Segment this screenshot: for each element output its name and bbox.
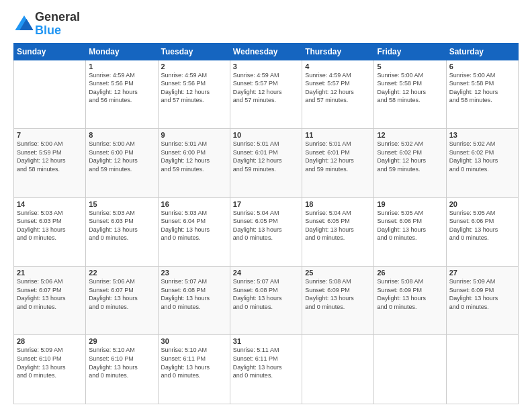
day-number: 16 bbox=[161, 200, 227, 208]
day-info: Sunrise: 5:08 AM Sunset: 6:09 PM Dayligh… bbox=[305, 277, 371, 311]
day-number: 20 bbox=[449, 200, 515, 208]
calendar-cell: 17Sunrise: 5:04 AM Sunset: 6:05 PM Dayli… bbox=[230, 197, 302, 266]
calendar-cell: 31Sunrise: 5:11 AM Sunset: 6:11 PM Dayli… bbox=[230, 335, 302, 404]
day-info: Sunrise: 5:01 AM Sunset: 6:00 PM Dayligh… bbox=[161, 140, 227, 173]
day-info: Sunrise: 5:00 AM Sunset: 5:58 PM Dayligh… bbox=[377, 71, 443, 105]
day-info: Sunrise: 5:03 AM Sunset: 6:04 PM Dayligh… bbox=[161, 209, 227, 242]
day-info: Sunrise: 5:00 AM Sunset: 5:59 PM Dayligh… bbox=[17, 140, 83, 173]
day-info: Sunrise: 4:59 AM Sunset: 5:57 PM Dayligh… bbox=[305, 71, 371, 105]
day-info: Sunrise: 5:09 AM Sunset: 6:09 PM Dayligh… bbox=[449, 277, 515, 311]
calendar-cell: 1Sunrise: 4:59 AM Sunset: 5:56 PM Daylig… bbox=[86, 60, 158, 128]
day-number: 8 bbox=[89, 131, 154, 139]
day-info: Sunrise: 5:09 AM Sunset: 6:10 PM Dayligh… bbox=[17, 346, 83, 379]
calendar-cell: 30Sunrise: 5:10 AM Sunset: 6:11 PM Dayli… bbox=[158, 335, 230, 404]
day-info: Sunrise: 5:01 AM Sunset: 6:01 PM Dayligh… bbox=[305, 140, 371, 173]
calendar-cell: 21Sunrise: 5:06 AM Sunset: 6:07 PM Dayli… bbox=[14, 267, 86, 335]
week-row-3: 21Sunrise: 5:06 AM Sunset: 6:07 PM Dayli… bbox=[14, 267, 519, 335]
day-number: 23 bbox=[161, 269, 227, 277]
calendar-cell: 9Sunrise: 5:01 AM Sunset: 6:00 PM Daylig… bbox=[158, 129, 230, 197]
day-number: 22 bbox=[89, 269, 154, 277]
day-number: 11 bbox=[305, 131, 371, 139]
calendar-cell: 11Sunrise: 5:01 AM Sunset: 6:01 PM Dayli… bbox=[302, 129, 374, 197]
day-info: Sunrise: 5:00 AM Sunset: 5:58 PM Dayligh… bbox=[449, 71, 515, 105]
calendar-cell: 22Sunrise: 5:06 AM Sunset: 6:07 PM Dayli… bbox=[86, 267, 158, 335]
day-number: 27 bbox=[449, 269, 515, 277]
weekday-friday: Friday bbox=[374, 43, 446, 60]
day-info: Sunrise: 5:06 AM Sunset: 6:07 PM Dayligh… bbox=[17, 277, 83, 311]
header: General Blue bbox=[13, 11, 519, 38]
day-info: Sunrise: 5:03 AM Sunset: 6:03 PM Dayligh… bbox=[89, 209, 154, 242]
logo-general: General bbox=[35, 11, 80, 24]
day-info: Sunrise: 5:02 AM Sunset: 6:02 PM Dayligh… bbox=[377, 140, 443, 173]
calendar-cell: 10Sunrise: 5:01 AM Sunset: 6:01 PM Dayli… bbox=[230, 129, 302, 197]
weekday-monday: Monday bbox=[86, 43, 158, 60]
day-number: 31 bbox=[233, 337, 299, 345]
day-info: Sunrise: 5:07 AM Sunset: 6:08 PM Dayligh… bbox=[233, 277, 299, 311]
calendar-cell: 13Sunrise: 5:02 AM Sunset: 6:02 PM Dayli… bbox=[446, 129, 518, 197]
day-number: 24 bbox=[233, 269, 299, 277]
calendar-cell: 28Sunrise: 5:09 AM Sunset: 6:10 PM Dayli… bbox=[14, 335, 86, 404]
weekday-saturday: Saturday bbox=[446, 43, 518, 60]
day-number: 30 bbox=[161, 337, 227, 345]
calendar-cell bbox=[446, 335, 518, 404]
calendar-cell: 29Sunrise: 5:10 AM Sunset: 6:10 PM Dayli… bbox=[86, 335, 158, 404]
calendar-cell bbox=[302, 335, 374, 404]
day-number: 29 bbox=[89, 337, 154, 345]
logo: General Blue bbox=[13, 11, 80, 38]
day-info: Sunrise: 5:05 AM Sunset: 6:06 PM Dayligh… bbox=[377, 209, 443, 242]
day-info: Sunrise: 5:08 AM Sunset: 6:09 PM Dayligh… bbox=[377, 277, 443, 311]
week-row-0: 1Sunrise: 4:59 AM Sunset: 5:56 PM Daylig… bbox=[14, 60, 519, 128]
logo-blue: Blue bbox=[35, 24, 80, 38]
day-info: Sunrise: 5:02 AM Sunset: 6:02 PM Dayligh… bbox=[449, 140, 515, 173]
calendar-cell: 16Sunrise: 5:03 AM Sunset: 6:04 PM Dayli… bbox=[158, 197, 230, 266]
day-info: Sunrise: 4:59 AM Sunset: 5:56 PM Dayligh… bbox=[89, 71, 154, 105]
day-number: 9 bbox=[161, 131, 227, 139]
day-info: Sunrise: 5:04 AM Sunset: 6:05 PM Dayligh… bbox=[305, 209, 371, 242]
day-number: 14 bbox=[17, 200, 83, 208]
week-row-2: 14Sunrise: 5:03 AM Sunset: 6:03 PM Dayli… bbox=[14, 197, 519, 266]
weekday-header-row: SundayMondayTuesdayWednesdayThursdayFrid… bbox=[14, 43, 519, 60]
calendar-cell: 6Sunrise: 5:00 AM Sunset: 5:58 PM Daylig… bbox=[446, 60, 518, 128]
day-number: 4 bbox=[305, 62, 371, 71]
day-number: 19 bbox=[377, 200, 443, 208]
day-number: 26 bbox=[377, 269, 443, 277]
day-info: Sunrise: 5:00 AM Sunset: 6:00 PM Dayligh… bbox=[89, 140, 154, 173]
day-number: 10 bbox=[233, 131, 299, 139]
calendar-cell: 2Sunrise: 4:59 AM Sunset: 5:56 PM Daylig… bbox=[158, 60, 230, 128]
calendar-cell: 5Sunrise: 5:00 AM Sunset: 5:58 PM Daylig… bbox=[374, 60, 446, 128]
calendar-table: SundayMondayTuesdayWednesdayThursdayFrid… bbox=[13, 43, 519, 404]
calendar-cell: 20Sunrise: 5:05 AM Sunset: 6:06 PM Dayli… bbox=[446, 197, 518, 266]
day-number: 2 bbox=[161, 62, 227, 71]
day-info: Sunrise: 5:06 AM Sunset: 6:07 PM Dayligh… bbox=[89, 277, 154, 311]
week-row-1: 7Sunrise: 5:00 AM Sunset: 5:59 PM Daylig… bbox=[14, 129, 519, 197]
calendar-cell: 3Sunrise: 4:59 AM Sunset: 5:57 PM Daylig… bbox=[230, 60, 302, 128]
calendar-cell: 4Sunrise: 4:59 AM Sunset: 5:57 PM Daylig… bbox=[302, 60, 374, 128]
day-info: Sunrise: 5:11 AM Sunset: 6:11 PM Dayligh… bbox=[233, 346, 299, 379]
day-number: 5 bbox=[377, 62, 443, 71]
day-info: Sunrise: 5:03 AM Sunset: 6:03 PM Dayligh… bbox=[17, 209, 83, 242]
weekday-sunday: Sunday bbox=[14, 43, 86, 60]
weekday-wednesday: Wednesday bbox=[230, 43, 302, 60]
day-number: 1 bbox=[89, 62, 154, 71]
day-number: 6 bbox=[449, 62, 515, 71]
page: General Blue SundayMondayTuesdayWednesda… bbox=[0, 0, 532, 411]
day-number: 21 bbox=[17, 269, 83, 277]
calendar-cell: 15Sunrise: 5:03 AM Sunset: 6:03 PM Dayli… bbox=[86, 197, 158, 266]
calendar-cell: 19Sunrise: 5:05 AM Sunset: 6:06 PM Dayli… bbox=[374, 197, 446, 266]
day-number: 25 bbox=[305, 269, 371, 277]
day-info: Sunrise: 5:05 AM Sunset: 6:06 PM Dayligh… bbox=[449, 209, 515, 242]
calendar-cell: 7Sunrise: 5:00 AM Sunset: 5:59 PM Daylig… bbox=[14, 129, 86, 197]
day-number: 13 bbox=[449, 131, 515, 139]
day-info: Sunrise: 5:10 AM Sunset: 6:11 PM Dayligh… bbox=[161, 346, 227, 379]
calendar-cell: 26Sunrise: 5:08 AM Sunset: 6:09 PM Dayli… bbox=[374, 267, 446, 335]
day-info: Sunrise: 5:04 AM Sunset: 6:05 PM Dayligh… bbox=[233, 209, 299, 242]
calendar-cell: 12Sunrise: 5:02 AM Sunset: 6:02 PM Dayli… bbox=[374, 129, 446, 197]
calendar-cell: 24Sunrise: 5:07 AM Sunset: 6:08 PM Dayli… bbox=[230, 267, 302, 335]
calendar-cell: 27Sunrise: 5:09 AM Sunset: 6:09 PM Dayli… bbox=[446, 267, 518, 335]
calendar-cell bbox=[374, 335, 446, 404]
day-number: 15 bbox=[89, 200, 154, 208]
day-number: 17 bbox=[233, 200, 299, 208]
day-number: 3 bbox=[233, 62, 299, 71]
day-info: Sunrise: 4:59 AM Sunset: 5:56 PM Dayligh… bbox=[161, 71, 227, 105]
weekday-tuesday: Tuesday bbox=[158, 43, 230, 60]
